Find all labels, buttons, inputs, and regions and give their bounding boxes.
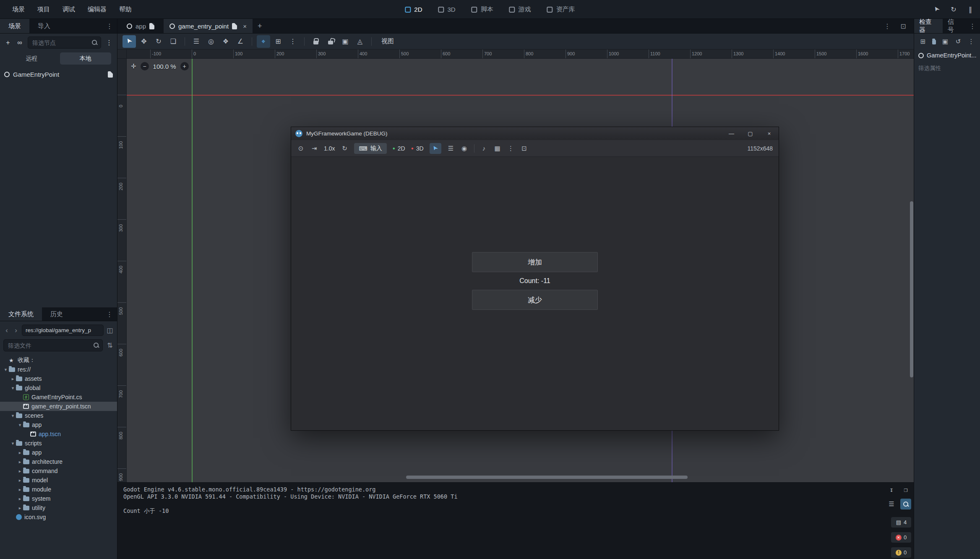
maximize-button[interactable]: ▢ (741, 127, 760, 140)
file-tree-item[interactable]: app.tscn (0, 429, 117, 439)
center-view-icon[interactable]: ✛ (131, 62, 136, 70)
inspector-dock-menu-icon[interactable]: ⋮ (965, 19, 980, 33)
tab-import-dock[interactable]: 导入 (29, 19, 59, 33)
warnings-badge[interactable]: ! 0 (891, 547, 911, 558)
audio-mute-icon[interactable]: ♪ (480, 145, 488, 152)
node-picker-button[interactable]: ➤ (430, 143, 441, 154)
collapse-arrow-icon[interactable]: ▾ (3, 367, 9, 372)
file-tree-item[interactable]: ▸model (0, 476, 117, 485)
mode-tab-script[interactable]: 脚本 (467, 4, 498, 15)
sort-files-icon[interactable]: ⇅ (106, 341, 114, 349)
wrap-lines-icon[interactable]: ☰ (886, 499, 897, 510)
game-view-menu-icon[interactable]: ⋮ (507, 145, 515, 152)
add-node-button[interactable]: + (4, 39, 12, 47)
menubar-menu-0[interactable]: 场景 (6, 5, 31, 13)
mode-tab-2d[interactable]: 2D (400, 4, 427, 15)
messages-badge[interactable]: ▤ 4 (891, 517, 911, 528)
grid-snap-toggle[interactable]: ⊞ (271, 35, 285, 48)
file-tree-item[interactable]: GameEntryPoint.cs (0, 393, 117, 402)
remote-button[interactable]: 远程 (6, 52, 57, 65)
file-tree-item[interactable]: ▸assets (0, 374, 117, 383)
expand-arrow-icon[interactable]: ▸ (10, 376, 16, 382)
mode-tab-3d[interactable]: 3D (433, 4, 461, 15)
pause-engine-icon[interactable]: ∥ (967, 5, 974, 13)
copy-log-icon[interactable]: ❐ (900, 484, 911, 495)
expand-arrow-icon[interactable]: ▸ (17, 487, 23, 492)
scene-tree-root-node[interactable]: GameEntryPoint (0, 68, 117, 81)
select-tool-button[interactable]: ➤ (122, 35, 136, 48)
scale-tool-button[interactable]: ❏ (167, 35, 180, 48)
load-resource-icon[interactable] (932, 40, 936, 44)
expand-arrow-icon[interactable]: ▸ (17, 478, 23, 483)
file-tree-item[interactable]: ▾scenes (0, 411, 117, 420)
expand-arrow-icon[interactable]: ▸ (17, 505, 23, 511)
file-tree-item[interactable]: ▸system (0, 494, 117, 503)
collapse-arrow-icon[interactable]: ▾ (10, 385, 16, 391)
collapse-arrow-icon[interactable]: ▾ (10, 413, 16, 419)
file-tree-item[interactable]: ▸command (0, 466, 117, 476)
mouse-cursor-icon[interactable]: ➤ (933, 5, 941, 13)
menubar-menu-3[interactable]: 编辑器 (81, 5, 113, 13)
zoom-in-button[interactable]: + (180, 62, 189, 70)
move-tool-button[interactable]: ✥ (137, 35, 151, 48)
zoom-level-label[interactable]: 100.0 % (153, 63, 176, 70)
nav-forward-icon[interactable]: › (13, 326, 19, 335)
file-tree-item[interactable]: ▸module (0, 485, 117, 494)
zoom-out-button[interactable]: − (141, 62, 149, 70)
inspected-node-row[interactable]: GameEntryPoint... (914, 49, 980, 61)
mode-3d-button[interactable]: ● 3D (411, 145, 424, 152)
save-resource-icon[interactable]: ▣ (941, 38, 949, 45)
debug-options-icon[interactable]: ▦ (494, 145, 501, 152)
selection-list-icon[interactable]: ☰ (447, 145, 455, 152)
file-tree-item[interactable]: ▾scripts (0, 439, 117, 448)
filter-nodes-input[interactable] (28, 36, 101, 49)
menubar-menu-1[interactable]: 项目 (31, 5, 56, 13)
scene-tab-app[interactable]: app (121, 19, 160, 33)
list-select-tool-button[interactable]: ☰ (190, 35, 203, 48)
scene-tree-menu-icon[interactable]: ⋮ (105, 39, 113, 47)
view-menu-button[interactable]: 视图 (376, 35, 399, 48)
filter-files-input[interactable] (3, 339, 103, 351)
scene-dock-menu-icon[interactable]: ⋮ (102, 19, 117, 33)
joypad-icon[interactable]: ⊙ (297, 145, 305, 152)
expand-arrow-icon[interactable]: ▸ (17, 459, 23, 465)
input-mode-button[interactable]: ⌨ 输入 (354, 143, 386, 154)
snap-options-menu-icon[interactable]: ⋮ (286, 35, 300, 48)
file-tree-item[interactable]: ▸architecture (0, 457, 117, 466)
file-tree-item[interactable]: ▸utility (0, 503, 117, 512)
ruler-tool-button[interactable]: ∠ (234, 35, 247, 48)
close-window-button[interactable]: × (760, 127, 779, 140)
mode-tab-game[interactable]: 游戏 (504, 4, 536, 15)
search-log-button[interactable] (900, 499, 911, 510)
fullscreen-icon[interactable]: ⊡ (521, 145, 528, 152)
file-tree-item[interactable]: icon.svg (0, 512, 117, 522)
update-spinner-icon[interactable]: ↻ (950, 5, 957, 13)
increase-button[interactable]: 增加 (472, 252, 598, 272)
attached-script-icon[interactable] (108, 71, 113, 78)
game-window-titlebar[interactable]: MyGFrameworkGame (DEBUG) — ▢ × (291, 127, 779, 140)
menubar-menu-2[interactable]: 调试 (56, 5, 81, 13)
instance-scene-button[interactable]: ∞ (16, 39, 23, 47)
tab-scene-dock[interactable]: 场景 (0, 19, 29, 33)
minimize-button[interactable]: — (722, 127, 741, 140)
vertical-scrollbar-thumb[interactable] (910, 201, 913, 377)
file-tree-item[interactable]: ▾global (0, 383, 117, 393)
local-button[interactable]: 本地 (60, 52, 112, 65)
expand-arrow-icon[interactable]: ▸ (17, 496, 23, 502)
mode-tab-assetlib[interactable]: 资产库 (542, 4, 580, 15)
file-tree-item[interactable]: game_entry_point.tscn (0, 402, 117, 411)
new-scene-tab-button[interactable]: + (253, 19, 267, 33)
tab-inspector[interactable]: 检查器 (914, 19, 943, 33)
current-path-input[interactable] (22, 325, 104, 336)
group-node-button[interactable]: ▣ (339, 35, 352, 48)
next-frame-icon[interactable]: ⇥ (310, 145, 318, 152)
tab-history[interactable]: 历史 (42, 307, 71, 321)
unlock-node-button[interactable] (324, 35, 337, 48)
scroll-to-bottom-icon[interactable]: ↧ (886, 484, 897, 495)
expand-viewport-icon[interactable]: ⊡ (899, 22, 907, 30)
reload-game-icon[interactable]: ↻ (341, 145, 348, 152)
tab-filesystem[interactable]: 文件系统 (0, 307, 42, 321)
split-view-icon[interactable]: ◫ (106, 326, 114, 334)
smart-snap-toggle[interactable]: ⌖ (257, 35, 270, 48)
file-tree-item[interactable]: ▾res:// (0, 365, 117, 374)
